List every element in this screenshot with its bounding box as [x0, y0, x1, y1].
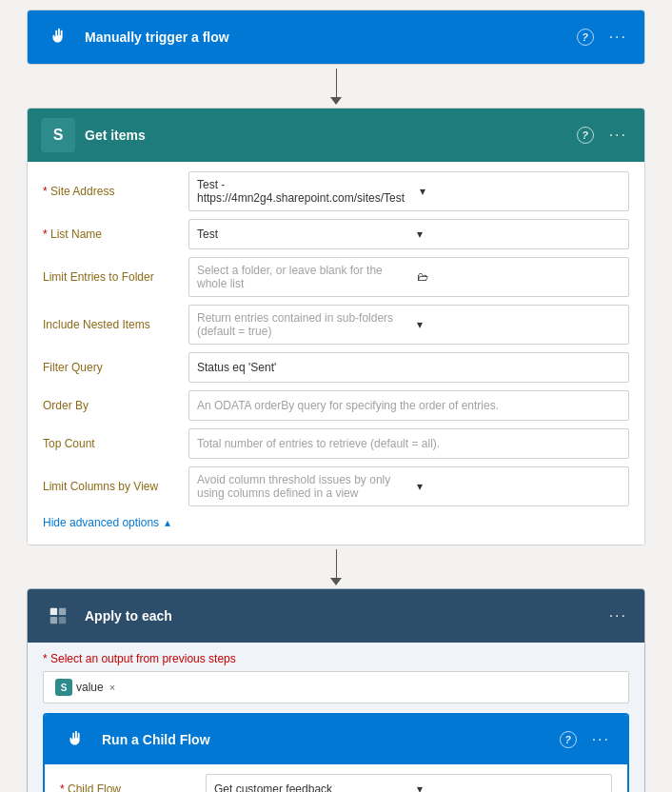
arrow-line-2	[336, 549, 337, 578]
site-address-label: Site Address	[43, 185, 181, 198]
trigger-title: Manually trigger a flow	[85, 30, 567, 45]
order-by-label: Order By	[43, 399, 181, 412]
limit-entries-label: Limit Entries to Folder	[43, 270, 181, 284]
trigger-icon	[41, 20, 75, 54]
order-by-control[interactable]: An ODATA orderBy query for specifying th…	[188, 390, 629, 421]
order-by-placeholder: An ODATA orderBy query for specifying th…	[197, 399, 499, 412]
svg-rect-0	[50, 608, 57, 615]
limit-columns-chevron: ▾	[409, 474, 629, 499]
child-flow-field-row: Child Flow Get customer feedback ▾	[60, 774, 612, 792]
get-items-title: Get items	[85, 128, 567, 143]
include-nested-placeholder: Return entries contained in sub-folders …	[189, 306, 409, 344]
child-flow-title: Run a Child Flow	[102, 732, 550, 747]
list-name-chevron: ▾	[409, 222, 629, 247]
site-address-control[interactable]: Test - https://4mn2g4.sharepoint.com/sit…	[188, 171, 629, 211]
list-name-row: List Name Test ▾	[43, 219, 629, 249]
apply-to-each-card: Apply to each ··· * Select an output fro…	[27, 588, 645, 792]
child-flow-header: Run a Child Flow ? ···	[45, 715, 627, 764]
get-items-body: Site Address Test - https://4mn2g4.share…	[28, 162, 644, 544]
child-flow-help-button[interactable]: ?	[560, 731, 577, 748]
chevron-up-icon: ▴	[165, 516, 170, 529]
output-label-text: Select an output from previous steps	[50, 652, 236, 665]
trigger-card: Manually trigger a flow ? ···	[27, 10, 645, 65]
site-address-row: Site Address Test - https://4mn2g4.share…	[43, 171, 629, 211]
limit-columns-control[interactable]: Avoid column threshold issues by only us…	[188, 466, 629, 506]
value-chip-icon: S	[55, 679, 72, 696]
include-nested-control[interactable]: Return entries contained in sub-folders …	[188, 305, 629, 345]
limit-columns-placeholder: Avoid column threshold issues by only us…	[189, 467, 409, 505]
get-items-icon-letter: S	[53, 127, 64, 144]
get-items-icon: S	[41, 118, 75, 152]
filter-query-row: Filter Query Status eq 'Sent'	[43, 352, 629, 383]
apply-to-each-title: Apply to each	[85, 608, 596, 624]
arrow-line-1	[336, 69, 337, 97]
get-items-more-button[interactable]: ···	[605, 125, 631, 146]
child-flow-icon	[58, 723, 92, 757]
child-flow-body: Child Flow Get customer feedback ▾ ItemI…	[45, 764, 627, 792]
arrow-head-1	[330, 97, 342, 105]
top-count-row: Top Count Total number of entries to ret…	[43, 428, 629, 459]
apply-to-each-icon	[41, 599, 75, 633]
limit-columns-label: Limit Columns by View	[43, 480, 181, 493]
order-by-row: Order By An ODATA orderBy query for spec…	[43, 390, 629, 421]
get-items-actions: ? ···	[577, 125, 631, 146]
limit-entries-control[interactable]: Select a folder, or leave blank for the …	[188, 257, 629, 297]
include-nested-label: Include Nested Items	[43, 318, 181, 331]
include-nested-row: Include Nested Items Return entries cont…	[43, 305, 629, 345]
get-items-header: S Get items ? ···	[28, 109, 644, 162]
child-flow-card: Run a Child Flow ? ··· Child Flow Get cu…	[43, 713, 629, 792]
arrow-head-2	[330, 578, 342, 585]
output-label: * Select an output from previous steps	[43, 652, 629, 665]
trigger-header: Manually trigger a flow ? ···	[28, 10, 644, 64]
child-flow-chevron: ▾	[409, 777, 612, 792]
value-chip: S value ×	[51, 677, 119, 698]
svg-rect-1	[59, 608, 66, 615]
get-items-card: S Get items ? ··· Site Address Test - ht…	[27, 108, 645, 545]
limit-columns-row: Limit Columns by View Avoid column thres…	[43, 466, 629, 506]
get-items-help-button[interactable]: ?	[577, 127, 594, 144]
list-name-label: List Name	[43, 228, 181, 241]
child-flow-field-value: Get customer feedback	[207, 777, 409, 792]
hide-advanced-button[interactable]: Hide advanced options ▴	[43, 514, 170, 531]
child-flow-field-control[interactable]: Get customer feedback ▾	[206, 774, 612, 792]
apply-to-each-actions: ···	[605, 605, 631, 626]
filter-query-control[interactable]: Status eq 'Sent'	[188, 352, 629, 383]
top-count-label: Top Count	[43, 437, 181, 450]
value-chip-row[interactable]: S value ×	[43, 671, 629, 703]
limit-entries-row: Limit Entries to Folder Select a folder,…	[43, 257, 629, 297]
value-chip-close[interactable]: ×	[109, 682, 115, 693]
trigger-help-button[interactable]: ?	[577, 29, 594, 46]
apply-to-each-body: * Select an output from previous steps S…	[28, 643, 644, 792]
include-nested-chevron: ▾	[409, 312, 629, 337]
svg-rect-3	[59, 617, 66, 624]
hide-advanced-label: Hide advanced options	[43, 516, 159, 529]
apply-to-each-header: Apply to each ···	[28, 589, 644, 643]
apply-to-each-more-button[interactable]: ···	[605, 605, 631, 626]
svg-rect-2	[50, 617, 57, 624]
arrow-2	[330, 545, 342, 588]
trigger-actions: ? ···	[577, 27, 631, 48]
list-name-control[interactable]: Test ▾	[188, 219, 629, 249]
child-flow-more-button[interactable]: ···	[588, 729, 614, 750]
child-flow-field-label: Child Flow	[60, 782, 198, 792]
top-count-placeholder: Total number of entries to retrieve (def…	[197, 437, 440, 450]
value-chip-label: value	[76, 681, 104, 694]
filter-query-label: Filter Query	[43, 361, 181, 374]
limit-entries-placeholder: Select a folder, or leave blank for the …	[189, 258, 409, 296]
child-flow-actions: ? ···	[560, 729, 614, 750]
flow-canvas: Manually trigger a flow ? ··· S Get item…	[10, 10, 662, 792]
trigger-more-button[interactable]: ···	[605, 27, 631, 48]
filter-query-value: Status eq 'Sent'	[197, 361, 276, 374]
top-count-control[interactable]: Total number of entries to retrieve (def…	[188, 428, 629, 459]
arrow-1	[330, 65, 342, 108]
list-name-value: Test	[189, 222, 409, 247]
site-address-chevron: ▾	[412, 179, 628, 204]
site-address-value: Test - https://4mn2g4.sharepoint.com/sit…	[189, 172, 412, 210]
folder-icon: 🗁	[409, 265, 629, 289]
